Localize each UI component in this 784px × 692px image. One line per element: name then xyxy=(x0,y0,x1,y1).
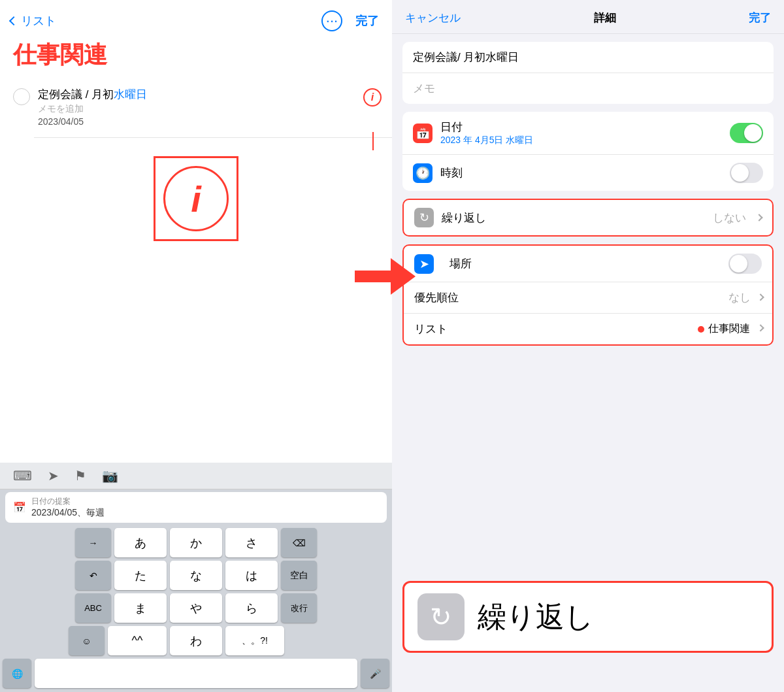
chevron-left-icon xyxy=(9,16,18,25)
time-toggle[interactable] xyxy=(730,163,763,183)
kb-row-3: ABC ま や ら 改行 xyxy=(3,593,389,623)
date-toggle[interactable] xyxy=(730,123,763,143)
kb-row-1: → あ か さ ⌫ xyxy=(3,528,389,557)
info-big-letter: i xyxy=(191,178,201,220)
date-sugg-value: 2023/04/05、毎週 xyxy=(31,507,105,519)
nav-title: 詳細 xyxy=(594,10,616,25)
key-ma[interactable]: ま xyxy=(114,593,167,623)
arrow-head xyxy=(391,258,416,295)
flag-icon[interactable]: ⚑ xyxy=(74,468,86,484)
date-value: 2023 年 4月5日 水曜日 xyxy=(440,135,722,146)
left-done-button[interactable]: 完了 xyxy=(355,13,379,29)
emoji-key[interactable]: ☺ xyxy=(69,626,105,655)
location-label: 場所 xyxy=(449,256,721,271)
top-right-buttons: ··· 完了 xyxy=(321,10,379,31)
info-big-box: i xyxy=(154,156,238,241)
time-row: 🕐 時刻 xyxy=(402,155,774,191)
list-value: 仕事関連 xyxy=(708,322,750,336)
detail-section-bottom: ➤ 場所 優先順位 なし リスト 仕事関連 xyxy=(402,244,774,346)
space-key[interactable]: 空白 xyxy=(281,561,317,590)
info-button-small[interactable]: i xyxy=(363,88,382,107)
list-value-area: 仕事関連 xyxy=(698,322,762,336)
detail-section-repeat: ↻ 繰り返し しない xyxy=(402,199,774,237)
delete-key[interactable]: ⌫ xyxy=(281,528,317,557)
space-bar[interactable] xyxy=(35,659,357,688)
info-icon-small: i xyxy=(371,91,374,103)
todo-title: 定例会議 / 月初水曜日 xyxy=(38,87,379,102)
detail-memo-row[interactable]: メモ xyxy=(402,73,774,104)
back-button[interactable]: リスト xyxy=(10,13,56,29)
key-nn[interactable]: ^^ xyxy=(108,626,167,655)
key-a[interactable]: あ xyxy=(114,528,167,557)
left-panel: リスト ··· 完了 仕事関連 定例会議 / 月初水曜日 メモを追加 2023/… xyxy=(0,0,392,692)
priority-chevron-icon xyxy=(757,293,764,301)
priority-value: なし xyxy=(728,290,762,305)
date-row: 📅 日付 2023 年 4月5日 水曜日 xyxy=(402,112,774,155)
repeat-big-icon: ↻ xyxy=(417,593,465,640)
date-toggle-thumb xyxy=(744,124,762,142)
todo-item: 定例会議 / 月初水曜日 メモを追加 2023/04/05 i xyxy=(0,82,392,132)
key-wa[interactable]: わ xyxy=(170,626,222,655)
enter-key[interactable]: 改行 xyxy=(281,593,317,623)
page-title: 仕事関連 xyxy=(0,37,392,82)
right-nav: キャンセル 詳細 完了 xyxy=(392,0,784,34)
detail-name: 定例会議/ 月初水曜日 xyxy=(413,50,519,65)
keyboard-toolbar: ⌨ ➤ ⚑ 📷 xyxy=(0,463,392,489)
repeat-row-icon: ↻ xyxy=(414,208,434,227)
divider xyxy=(34,137,392,138)
list-chevron-icon xyxy=(757,324,764,331)
keyboard-area: ⌨ ➤ ⚑ 📷 📅 日付の提案 2023/04/05、毎週 → あ か さ ⌫ xyxy=(0,463,392,692)
key-ta[interactable]: た xyxy=(114,561,167,590)
key-ha[interactable]: は xyxy=(225,561,278,590)
list-row: リスト 仕事関連 xyxy=(404,314,772,344)
globe-key[interactable]: 🌐 xyxy=(3,659,31,688)
mic-key[interactable]: 🎤 xyxy=(361,659,389,688)
repeat-value: しない xyxy=(713,210,746,225)
key-ya[interactable]: や xyxy=(170,593,222,623)
detail-memo: メモ xyxy=(413,81,435,96)
todo-memo: メモを追加 xyxy=(38,103,379,115)
priority-value-text: なし xyxy=(728,291,751,304)
priority-label: 優先順位 xyxy=(414,290,728,305)
location-row: ➤ 場所 xyxy=(404,246,772,282)
kb-bottom-row: 🌐 🎤 xyxy=(0,659,392,692)
repeat-big-text: 繰り返し xyxy=(478,598,594,636)
keyboard-rows: → あ か さ ⌫ ↶ た な は 空白 ABC ま や ら 改行 xyxy=(0,525,392,655)
key-ka[interactable]: か xyxy=(170,528,222,557)
todo-title-normal: 定例会議 / 月初 xyxy=(38,88,114,101)
list-color-dot xyxy=(698,326,704,333)
arrow-body xyxy=(355,271,391,282)
cancel-button[interactable]: キャンセル xyxy=(405,10,461,25)
todo-checkbox[interactable] xyxy=(13,88,30,105)
right-done-button[interactable]: 完了 xyxy=(749,10,771,25)
punctuation-key[interactable]: 、。?! xyxy=(225,626,284,655)
location-toggle[interactable] xyxy=(728,254,762,274)
camera-icon[interactable]: 📷 xyxy=(102,468,118,484)
key-na[interactable]: な xyxy=(170,561,222,590)
key-ra[interactable]: ら xyxy=(225,593,278,623)
todo-text-area: 定例会議 / 月初水曜日 メモを追加 2023/04/05 xyxy=(38,87,379,127)
info-connector-line xyxy=(372,132,374,150)
repeat-label: 繰り返し xyxy=(442,210,705,225)
undo-key[interactable]: ↶ xyxy=(75,561,111,590)
repeat-row[interactable]: ↻ 繰り返し しない xyxy=(404,200,772,235)
abc-key[interactable]: ABC xyxy=(75,593,111,623)
date-suggestion[interactable]: 📅 日付の提案 2023/04/05、毎週 xyxy=(5,492,387,523)
more-button[interactable]: ··· xyxy=(321,10,342,31)
calendar-icon: 📅 xyxy=(13,501,26,514)
time-label: 時刻 xyxy=(440,165,722,180)
location-icon: ➤ xyxy=(414,254,434,274)
left-top-bar: リスト ··· 完了 xyxy=(0,0,392,37)
back-label: リスト xyxy=(21,13,56,29)
more-dots: ··· xyxy=(326,12,338,29)
list-label: リスト xyxy=(414,321,698,337)
kb-row-4: ☺ ^^ わ 、。?! xyxy=(3,626,389,655)
right-panel: キャンセル 詳細 完了 定例会議/ 月初水曜日 メモ 📅 日付 2023 年 4… xyxy=(392,0,784,692)
key-sa[interactable]: さ xyxy=(225,528,278,557)
arrow-icon[interactable]: ➤ xyxy=(48,468,59,484)
arrow-key[interactable]: → xyxy=(75,528,111,557)
keyboard-icon[interactable]: ⌨ xyxy=(13,468,32,484)
priority-row: 優先順位 なし xyxy=(404,282,772,314)
todo-date: 2023/04/05 xyxy=(38,116,379,127)
date-sugg-content: 日付の提案 2023/04/05、毎週 xyxy=(31,496,105,519)
